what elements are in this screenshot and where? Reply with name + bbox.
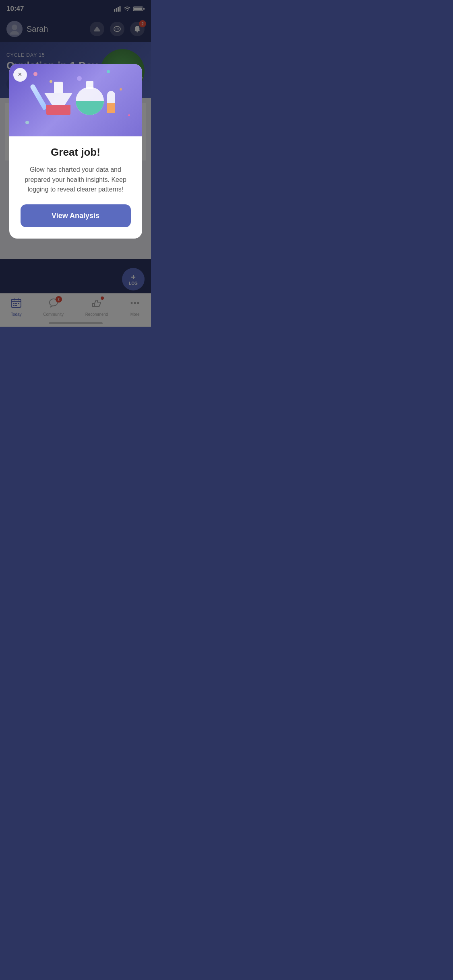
dot-1 bbox=[33, 72, 37, 76]
view-analysis-button[interactable]: View Analysis bbox=[21, 204, 131, 227]
round-flask-liquid bbox=[76, 101, 104, 115]
tube-liquid bbox=[107, 103, 115, 113]
test-tube bbox=[107, 91, 115, 113]
modal-image bbox=[9, 64, 142, 136]
modal-title: Great job! bbox=[21, 146, 131, 159]
modal-close-button[interactable]: × bbox=[13, 68, 27, 82]
modal-overlay: × bbox=[0, 0, 151, 327]
analysis-modal: × bbox=[9, 64, 142, 239]
flask-body bbox=[44, 93, 72, 115]
flask-neck bbox=[54, 82, 63, 93]
round-flask bbox=[76, 81, 104, 115]
dot-5 bbox=[25, 121, 29, 124]
modal-body: Great job! Glow has charted your data an… bbox=[9, 136, 142, 239]
dot-6 bbox=[128, 114, 130, 116]
flask-illustration bbox=[36, 81, 115, 119]
dot-3 bbox=[107, 70, 110, 73]
tube-body bbox=[107, 91, 115, 113]
dot-4 bbox=[120, 88, 122, 91]
dot-7 bbox=[77, 76, 82, 81]
close-icon: × bbox=[18, 70, 22, 79]
round-flask-body bbox=[76, 87, 104, 115]
flask-liquid bbox=[46, 105, 70, 115]
erlenmeyer-flask bbox=[44, 82, 72, 115]
modal-description: Glow has charted your data and prepared … bbox=[21, 165, 131, 195]
